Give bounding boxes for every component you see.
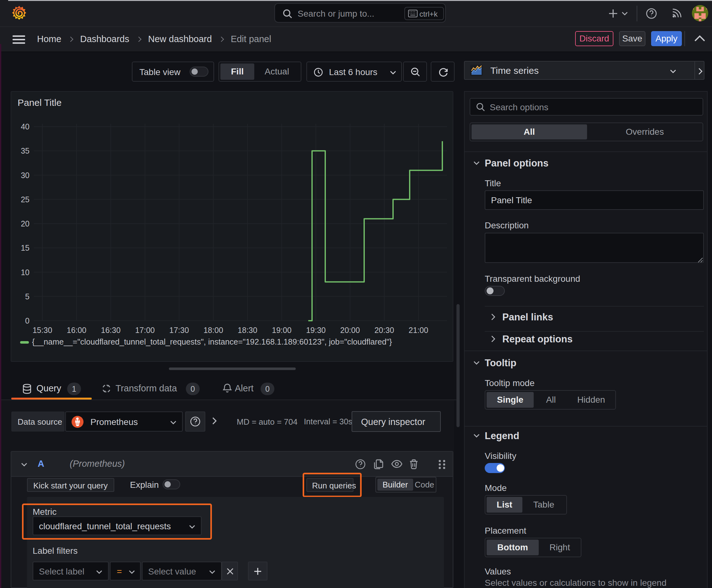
svg-text:16:00: 16:00 (67, 326, 87, 335)
svg-text:19:30: 19:30 (306, 326, 326, 335)
svg-text:0: 0 (25, 316, 29, 325)
svg-text:17:30: 17:30 (169, 326, 189, 335)
svg-text:35: 35 (21, 146, 29, 155)
svg-text:15: 15 (21, 244, 29, 252)
svg-text:30: 30 (21, 171, 29, 180)
svg-text:5: 5 (25, 292, 29, 301)
svg-text:10: 10 (21, 268, 29, 277)
svg-text:21:00: 21:00 (409, 326, 429, 335)
svg-text:18:00: 18:00 (203, 326, 223, 335)
svg-text:40: 40 (21, 122, 29, 131)
svg-text:20:00: 20:00 (340, 326, 360, 335)
svg-text:20:30: 20:30 (374, 326, 394, 335)
svg-text:20: 20 (21, 219, 29, 228)
svg-text:18:30: 18:30 (238, 326, 257, 335)
svg-text:15:30: 15:30 (33, 326, 52, 335)
svg-text:16:30: 16:30 (101, 326, 121, 335)
svg-text:25: 25 (21, 195, 29, 204)
svg-text:17:00: 17:00 (135, 326, 155, 335)
svg-text:19:00: 19:00 (272, 326, 292, 335)
